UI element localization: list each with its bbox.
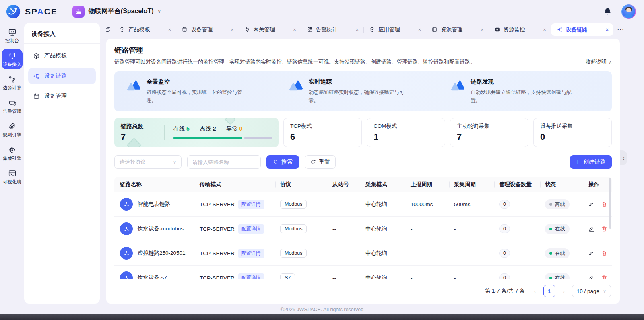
tab-device-link[interactable]: 设备链路 × [551, 23, 613, 36]
stat-label: 链路总数 [121, 123, 164, 130]
feature-realtime: 实时追踪 动态感知链路实时状态，确保连接稳定与可靠。 [282, 78, 444, 105]
link-name: 虚拟链路250-20501 [138, 250, 186, 257]
tab-gateway-management[interactable]: 网关管理 × [239, 23, 301, 36]
rail-item-visual-editor[interactable]: 可视化编 [2, 166, 23, 187]
tab-application-management[interactable]: 应用管理 × [363, 23, 426, 36]
stat-card-tcp-mode: TCP模式 6 [283, 118, 362, 147]
rail-item-label: 可视化编 [3, 180, 21, 185]
device-count-badge: 0 [499, 249, 510, 258]
prev-page-icon[interactable]: ‹ [533, 288, 538, 295]
reset-button[interactable]: 重置 [305, 155, 336, 169]
close-icon[interactable]: × [355, 27, 359, 33]
col-header: 采集周期 [449, 181, 494, 188]
feature-title: 实时追踪 [309, 78, 411, 86]
main-area: 产品模板 × 设备管理 × 网关管理 × 告警统计 × [100, 23, 644, 304]
tab-product-template[interactable]: 产品模板 × [114, 23, 176, 36]
config-detail-badge[interactable]: 配置详情 [238, 273, 264, 280]
sidebar-item-product-template[interactable]: 产品模板 [28, 48, 96, 64]
app-switcher[interactable]: 物联网平台(SpaceIoT) ∨ [72, 6, 161, 18]
sidebar-item-device-management[interactable]: 设备管理 [28, 88, 96, 104]
user-avatar[interactable] [621, 4, 636, 19]
tab-label: 产品模板 [128, 26, 150, 33]
right-panel-collapse-handle[interactable]: ‹ [620, 150, 627, 165]
feature-desc: 自动发现并建立通信链路，支持快速创建与配置。 [471, 88, 573, 105]
tab-resource-management[interactable]: 资源管理 × [426, 23, 488, 36]
rail-item-alarm-management[interactable]: 告警管理 [2, 96, 23, 117]
tab-label: 网关管理 [254, 26, 275, 33]
page-description: 链路管理可以对设备间链路进行统一的监控管理、实现对链路的实时监控、链路信息统一可… [114, 58, 586, 66]
collect-period: 500ms [449, 201, 494, 207]
edit-icon[interactable] [588, 226, 595, 232]
rail-item-label: 规则引擎 [3, 133, 21, 137]
topbar: SPACE 物联网平台(SpaceIoT) ∨ [0, 0, 644, 23]
table-header: 链路名称 传输模式 协议 从站号 采集模式 上报周期 采集周期 管理设备数量 状… [114, 177, 612, 192]
notification-bell-icon[interactable] [603, 7, 612, 16]
next-page-icon[interactable]: › [561, 288, 566, 295]
device-link-icon [557, 27, 563, 33]
table-scrollbar[interactable] [609, 178, 611, 229]
delete-icon[interactable] [601, 275, 607, 279]
tab-resource-monitor[interactable]: 资源监控 × [489, 23, 551, 36]
status-badge: 离线 [545, 199, 570, 209]
close-icon[interactable]: × [230, 27, 235, 33]
rail-item-integration-engine[interactable]: 集成引擎 [2, 143, 23, 164]
product-template-icon [119, 27, 125, 33]
status-badge: 在线 [545, 224, 570, 234]
rail-item-console[interactable]: 控制台 [2, 25, 23, 46]
close-icon[interactable]: × [167, 27, 172, 33]
tab-restore-icon[interactable] [102, 23, 114, 36]
search-button[interactable]: 搜索 [266, 155, 299, 169]
link-node-icon [120, 247, 133, 260]
collapse-description-link[interactable]: 收起说明∧ [586, 58, 612, 66]
status-dot [549, 252, 552, 255]
feature-panorama: 全景监控 链路状态全局可视，实现统一化的监控与管理。 [120, 78, 282, 105]
edit-icon[interactable] [588, 250, 595, 256]
edit-icon[interactable] [588, 201, 595, 207]
protocol-select[interactable]: 请选择协议 ∨ [114, 155, 182, 169]
stat-label: 主动轮询采集 [457, 123, 522, 130]
feature-banner: 全景监控 链路状态全局可视，实现统一化的监控与管理。 实时追踪 动态感知链路实时… [114, 71, 612, 111]
tab-more-icon[interactable]: ⋯ [613, 23, 628, 36]
sidebar-title: 设备接入 [24, 23, 100, 44]
config-detail-badge[interactable]: 配置详情 [238, 200, 264, 209]
transport-mode: TCP-SERVER [200, 275, 235, 280]
edit-icon[interactable] [588, 275, 595, 279]
delete-icon[interactable] [601, 201, 607, 207]
close-icon[interactable]: × [417, 27, 422, 33]
rail-item-device-access[interactable]: 设备接入 [2, 49, 23, 70]
close-icon[interactable]: × [542, 27, 547, 33]
page-size-select[interactable]: 10 / page ∨ [572, 285, 611, 297]
tab-alarm-statistics[interactable]: 告警统计 × [301, 23, 363, 36]
tabbar: 产品模板 × 设备管理 × 网关管理 × 告警统计 × [100, 23, 628, 36]
rail-item-rule-engine[interactable]: 规则引擎 [2, 119, 23, 140]
pagination-summary: 第 1-7 条/共 7 条 [485, 287, 525, 295]
close-icon[interactable]: × [605, 27, 609, 33]
config-detail-badge[interactable]: 配置详情 [238, 249, 264, 258]
transport-mode: TCP-SERVER [200, 201, 235, 207]
tab-label: 应用管理 [378, 26, 400, 33]
table-row: 饮水设备-s7 TCP-SERVER配置详情 S7 -- 中心轮询 - - 0 … [114, 266, 612, 279]
stat-label: TCP模式 [290, 123, 355, 130]
config-detail-badge[interactable]: 配置详情 [238, 224, 264, 234]
visual-editor-icon [8, 169, 17, 178]
rail-item-label: 集成引擎 [3, 156, 21, 161]
rail-item-edge-computing[interactable]: 边缘计算 [2, 72, 23, 93]
link-name-input[interactable] [187, 155, 261, 169]
rule-engine-icon [8, 122, 17, 131]
delete-icon[interactable] [601, 250, 607, 256]
delete-icon[interactable] [601, 226, 607, 232]
device-access-icon [8, 52, 17, 60]
close-icon[interactable]: × [480, 27, 485, 33]
space-logo-icon [6, 4, 21, 19]
feature-title: 全景监控 [147, 78, 249, 86]
stat-value: 6 [290, 132, 355, 142]
create-link-button[interactable]: + 创建链路 [570, 155, 612, 169]
page-number-button[interactable]: 1 [543, 285, 555, 297]
stat-card-active-polling: 主动轮询采集 7 [450, 118, 528, 147]
sidebar-item-device-link[interactable]: 设备链路 [28, 68, 96, 84]
link-node-icon [120, 222, 133, 235]
links-table: 链路名称 传输模式 协议 从站号 采集模式 上报周期 采集周期 管理设备数量 状… [114, 177, 612, 279]
close-icon[interactable]: × [292, 27, 297, 33]
alarm-statistics-icon [307, 27, 313, 33]
tab-device-management[interactable]: 设备管理 × [176, 23, 238, 36]
